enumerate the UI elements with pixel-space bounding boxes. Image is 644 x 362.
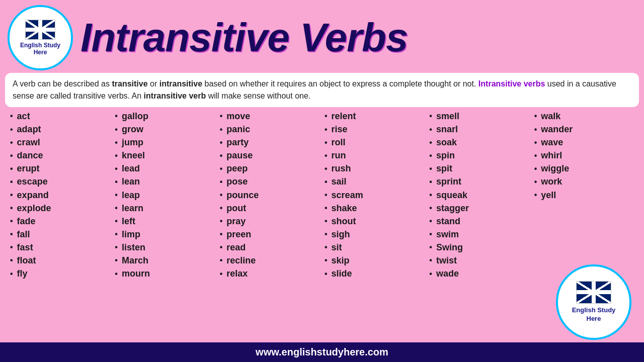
word-column-3: movepanicpartypausepeepposepouncepoutpra… <box>217 110 322 340</box>
word-item: jump <box>115 136 214 149</box>
main-container: English Study Here Intransitive Verbs A … <box>0 0 644 362</box>
word-item: gallop <box>115 110 214 123</box>
words-section: actadaptcrawldanceeruptescapeexpandexplo… <box>0 107 644 342</box>
word-item: walk <box>534 110 634 123</box>
word-item: spit <box>429 162 529 175</box>
desc-text5: will make sense without one. <box>206 92 310 100</box>
word-item: act <box>10 110 110 123</box>
word-item: sail <box>325 175 424 188</box>
word-item: erupt <box>10 162 110 175</box>
word-item: lead <box>115 162 214 175</box>
word-item: crawl <box>10 136 110 149</box>
word-item: shout <box>325 215 424 228</box>
word-item: grow <box>115 123 214 136</box>
word-item: soak <box>429 136 529 149</box>
word-item: limp <box>115 228 214 241</box>
word-item: sit <box>325 241 424 254</box>
word-item: work <box>534 175 634 188</box>
word-item: sigh <box>325 228 424 241</box>
word-item: fast <box>10 241 110 254</box>
word-item: pray <box>220 215 319 228</box>
word-item: scream <box>325 189 424 202</box>
desc-transitive: transitive <box>112 79 147 88</box>
word-item: rush <box>325 162 424 175</box>
desc-text2: or <box>148 79 159 88</box>
word-item: skip <box>325 254 424 267</box>
word-item: mourn <box>115 267 214 280</box>
word-item: read <box>220 241 319 254</box>
word-column-2: gallopgrowjumpkneelleadleanleaplearnleft… <box>112 110 217 340</box>
word-item: learn <box>115 202 214 215</box>
word-item: wiggle <box>534 162 634 175</box>
word-item: fall <box>10 228 110 241</box>
word-item: snarl <box>429 123 529 136</box>
word-item: shake <box>325 202 424 215</box>
footer-url: www.englishstudyhere.com <box>256 346 388 357</box>
word-column-1: actadaptcrawldanceeruptescapeexpandexplo… <box>8 110 112 340</box>
word-item: fade <box>10 215 110 228</box>
word-item: whirl <box>534 149 634 162</box>
desc-text3: based on whether it requires an object t… <box>202 79 478 88</box>
word-item: swim <box>429 228 529 241</box>
word-item: preen <box>220 228 319 241</box>
word-item: rise <box>325 123 424 136</box>
word-item: kneel <box>115 149 214 162</box>
word-item: pose <box>220 175 319 188</box>
word-item: pounce <box>220 189 319 202</box>
word-item: panic <box>220 123 319 136</box>
word-item: fly <box>10 267 110 280</box>
logo-circle-small: English StudyHere <box>556 264 631 340</box>
word-item: yell <box>534 189 634 202</box>
header: English Study Here Intransitive Verbs <box>0 0 644 73</box>
word-item: March <box>115 254 214 267</box>
word-item: slide <box>325 267 424 280</box>
desc-intransitive-verb: intransitive verb <box>144 92 206 100</box>
word-column-5: smellsnarlsoakspinspitsprintsqueakstagge… <box>427 110 531 340</box>
logo-text-small: English StudyHere <box>572 306 616 323</box>
word-item: float <box>10 254 110 267</box>
page-title: Intransitive Verbs <box>80 15 408 61</box>
desc-text1: A verb can be described as <box>13 79 112 88</box>
word-item: pout <box>220 202 319 215</box>
word-item: wander <box>534 123 634 136</box>
logo-text: English Study Here <box>20 42 60 56</box>
word-item: escape <box>10 175 110 188</box>
word-item: relax <box>220 267 319 280</box>
word-item: roll <box>325 136 424 149</box>
desc-intransitive-verbs: Intransitive verbs <box>478 79 545 88</box>
word-item: dance <box>10 149 110 162</box>
word-item: smell <box>429 110 529 123</box>
logo-circle: English Study Here <box>8 5 73 70</box>
footer: www.englishstudyhere.com <box>0 342 644 362</box>
word-item: run <box>325 149 424 162</box>
word-item: pause <box>220 149 319 162</box>
word-item: leap <box>115 189 214 202</box>
word-column-6: walkwanderwavewhirlwiggleworkyell Englis… <box>532 110 636 340</box>
logo-flag <box>25 20 55 40</box>
word-item: adapt <box>10 123 110 136</box>
word-item: sprint <box>429 175 529 188</box>
word-item: explode <box>10 202 110 215</box>
description-box: A verb can be described as transitive or… <box>5 73 639 107</box>
word-item: wave <box>534 136 634 149</box>
logo-flag-small <box>576 281 611 304</box>
logo-line2: Here <box>34 49 47 56</box>
word-item: spin <box>429 149 529 162</box>
word-item: squeak <box>429 189 529 202</box>
word-item: listen <box>115 241 214 254</box>
word-item: party <box>220 136 319 149</box>
word-item: recline <box>220 254 319 267</box>
word-item: stand <box>429 215 529 228</box>
word-item: lean <box>115 175 214 188</box>
word-item: peep <box>220 162 319 175</box>
word-item: move <box>220 110 319 123</box>
word-column-4: relentriserollrunrushsailscreamshakeshou… <box>322 110 427 340</box>
word-item: relent <box>325 110 424 123</box>
word-item: stagger <box>429 202 529 215</box>
word-item: Swing <box>429 241 529 254</box>
word-item: expand <box>10 189 110 202</box>
desc-intransitive: intransitive <box>159 79 202 88</box>
word-item: wade <box>429 267 529 280</box>
logo-line1: English Study <box>20 42 60 49</box>
word-item: left <box>115 215 214 228</box>
